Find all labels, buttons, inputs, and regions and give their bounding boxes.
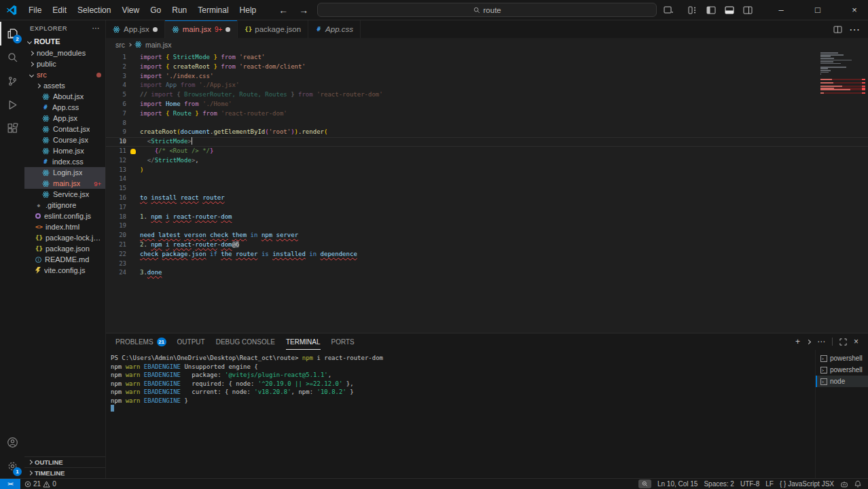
minimize-button[interactable]: –: [767, 0, 795, 20]
back-arrow-icon[interactable]: ←: [276, 5, 290, 16]
maximize-panel-icon[interactable]: [839, 338, 847, 346]
file-row-App.jsx[interactable]: App.jsx: [24, 113, 105, 124]
terminal-list-item-powershell[interactable]: >_powershell: [816, 352, 868, 364]
code-line[interactable]: 243.done: [106, 268, 868, 278]
cursor-position[interactable]: Ln 10, Col 15: [657, 480, 698, 488]
menu-go[interactable]: Go: [145, 3, 166, 18]
file-row-App.css[interactable]: #App.css: [24, 102, 105, 113]
code-line[interactable]: 20need latest verson check them in npm s…: [106, 231, 868, 240]
file-row-index.css[interactable]: #index.css: [24, 156, 105, 167]
file-row-.gitignore[interactable]: ◆.gitignore: [24, 200, 105, 211]
new-window-icon[interactable]: [664, 6, 673, 14]
menu-run[interactable]: Run: [166, 3, 192, 18]
tab-App.css[interactable]: #App.css: [308, 20, 361, 38]
source-control-activity-icon[interactable]: [0, 69, 24, 93]
code-line[interactable]: 3import './index.css': [106, 72, 868, 82]
file-row-About.jsx[interactable]: About.jsx: [24, 91, 105, 102]
menu-selection[interactable]: Selection: [72, 3, 116, 18]
code-line[interactable]: 12 </StrictMode>,: [106, 156, 868, 166]
outline-section[interactable]: OUTLINE: [24, 456, 105, 467]
command-center-search[interactable]: route: [317, 3, 657, 17]
code-line[interactable]: 1import { StrictMode } from 'react': [106, 53, 868, 62]
toggle-panel-icon[interactable]: [725, 6, 734, 14]
remote-indicator[interactable]: ><: [0, 479, 20, 489]
file-row-main.jsx[interactable]: main.jsx9+: [24, 178, 105, 189]
code-line[interactable]: 8: [106, 119, 868, 128]
split-editor-icon[interactable]: [833, 26, 842, 33]
toggle-sidebar-icon[interactable]: [706, 6, 716, 14]
more-actions-icon[interactable]: ⋯: [849, 23, 860, 36]
terminal-output[interactable]: PS C:\Users\Admin\OneDrive\Desktop\React…: [106, 350, 815, 478]
code-line[interactable]: 2import { createRoot } from 'react-dom/c…: [106, 62, 868, 72]
terminal-list-item-node[interactable]: >_node: [816, 376, 868, 387]
file-row-Contact.jsx[interactable]: Contact.jsx: [24, 124, 105, 134]
language-mode[interactable]: { } JavaScript JSX: [780, 480, 834, 488]
terminal-dropdown-chevron-icon[interactable]: [806, 339, 811, 344]
file-row-assets[interactable]: assets: [24, 80, 105, 91]
file-row-Login.jsx[interactable]: Login.jsx: [24, 167, 105, 178]
search-activity-icon[interactable]: [0, 46, 24, 69]
code-editor[interactable]: 1import { StrictMode } from 'react'2impo…: [106, 51, 868, 333]
account-icon[interactable]: [0, 431, 24, 454]
zoom-status-icon[interactable]: [638, 479, 651, 488]
file-row-Service.jsx[interactable]: Service.jsx: [24, 189, 105, 200]
code-line[interactable]: 14: [106, 175, 868, 184]
code-line[interactable]: 181. npm i react-router-dom: [106, 213, 868, 222]
panel-more-actions-icon[interactable]: ⋯: [817, 337, 825, 346]
file-row-Course.jsx[interactable]: Course.jsx: [24, 134, 105, 145]
breadcrumb-file[interactable]: main.jsx: [145, 41, 172, 49]
code-line[interactable]: 23: [106, 259, 868, 269]
forward-arrow-icon[interactable]: →: [297, 5, 310, 16]
code-line[interactable]: 10 <StrictMode>: [106, 137, 868, 147]
explorer-more-actions-icon[interactable]: ⋯: [92, 24, 100, 33]
panel-tab-debug-console[interactable]: DEBUG CONSOLE: [216, 333, 275, 350]
menu-view[interactable]: View: [116, 3, 145, 18]
problems-status[interactable]: 21 0: [20, 479, 60, 489]
settings-gear-icon[interactable]: 1: [0, 454, 24, 478]
file-row-index.html[interactable]: <>index.html: [24, 221, 105, 232]
code-line[interactable]: 19: [106, 221, 868, 231]
file-row-src[interactable]: src: [24, 69, 105, 80]
close-panel-icon[interactable]: ×: [854, 337, 858, 346]
terminal-list-item-powershell[interactable]: >_powershell: [816, 364, 868, 376]
timeline-section[interactable]: TIMELINE: [24, 467, 105, 478]
customize-layout-icon[interactable]: [688, 6, 698, 14]
panel-tab-output[interactable]: OUTPUT: [177, 333, 205, 350]
eol[interactable]: LF: [765, 480, 774, 488]
bell-icon[interactable]: [854, 480, 861, 488]
maximize-button[interactable]: □: [804, 0, 831, 20]
breadcrumb-folder[interactable]: src: [115, 41, 125, 49]
new-terminal-icon[interactable]: +: [795, 337, 800, 346]
tab-App.jsx[interactable]: App.jsx: [106, 20, 165, 38]
explorer-activity-icon[interactable]: 2: [0, 22, 24, 46]
file-row-package-lock.json[interactable]: {}package-lock.json: [24, 232, 105, 243]
minimap[interactable]: [820, 52, 865, 94]
code-line[interactable]: 5// import { BrowserRouter, Route, Route…: [106, 90, 868, 100]
file-row-package.json[interactable]: {}package.json: [24, 243, 105, 254]
code-line[interactable]: 22check package.json if the router is in…: [106, 250, 868, 259]
menu-terminal[interactable]: Terminal: [192, 3, 234, 18]
code-line[interactable]: 6import Home from './Home': [106, 100, 868, 109]
lightbulb-icon[interactable]: [130, 149, 136, 154]
indentation[interactable]: Spaces: 2: [704, 480, 734, 488]
file-row-eslint.config.js[interactable]: eslint.config.js: [24, 211, 105, 221]
file-row-README.md[interactable]: iREADME.md: [24, 254, 105, 265]
code-line[interactable]: 11 {/* <Rout /> */}: [106, 147, 868, 156]
toggle-secondary-sidebar-icon[interactable]: [743, 6, 753, 14]
feedback-icon[interactable]: [840, 481, 848, 488]
code-line[interactable]: 212. npm i react-router-dom@6: [106, 240, 868, 250]
code-line[interactable]: 16to install react router: [106, 194, 868, 203]
file-row-public[interactable]: public: [24, 58, 105, 69]
close-button[interactable]: ×: [841, 0, 868, 20]
menu-help[interactable]: Help: [234, 3, 262, 18]
extensions-activity-icon[interactable]: [0, 117, 24, 141]
code-line[interactable]: 9createRoot(document.getElementById('roo…: [106, 128, 868, 137]
run-debug-activity-icon[interactable]: [0, 93, 24, 117]
code-line[interactable]: 15: [106, 184, 868, 194]
code-line[interactable]: 13): [106, 166, 868, 175]
menu-file[interactable]: File: [23, 3, 47, 18]
code-line[interactable]: 17: [106, 203, 868, 213]
breadcrumb[interactable]: src main.jsx: [106, 38, 868, 51]
panel-tab-ports[interactable]: PORTS: [331, 333, 355, 350]
code-line[interactable]: 4import App from './App.jsx': [106, 81, 868, 90]
